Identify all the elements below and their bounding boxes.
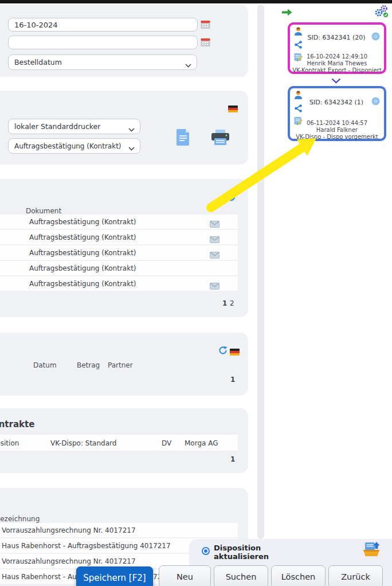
contract-col-partner: Morga AG: [185, 439, 218, 447]
delete-button[interactable]: Löschen: [271, 565, 326, 586]
mail-envelope-icon[interactable]: [210, 250, 219, 261]
printer-value: lokaler Standarddrucker: [14, 122, 100, 131]
date-from-input[interactable]: [8, 18, 198, 32]
card-datetime: 06-11-2024 10:44:57: [288, 120, 386, 126]
app-window: Bestelldatum lokaler Standarddrucker Auf…: [0, 0, 392, 586]
gears-settings-icon[interactable]: [374, 5, 389, 21]
green-arrow-icon[interactable]: [282, 7, 292, 18]
card-datetime: 16-10-2024 12:49:10: [288, 53, 386, 60]
card-sid: SID: 6342342 (1): [304, 99, 369, 106]
document-row-label: Auftragsbestätigung (Kontrakt): [29, 218, 136, 226]
mail-envelope-icon[interactable]: [210, 219, 219, 230]
radio-label-line2: aktualisieren: [214, 552, 269, 561]
share-icon: [294, 104, 303, 115]
page-number-current[interactable]: 1: [230, 376, 235, 384]
mail-envelope-icon[interactable]: [210, 235, 219, 245]
calendar-icon[interactable]: [201, 38, 210, 49]
document-row-label: Auftragsbestätigung (Kontrakt): [29, 233, 136, 241]
page-number-current[interactable]: 1: [230, 455, 235, 463]
document-row[interactable]: Auftragsbestätigung (Kontrakt): [0, 214, 238, 230]
contracts-panel: Kontrakte Disposition VK-Dispo: Standard…: [0, 408, 248, 473]
card-status: VK-Kontrakt Export - Disponiert: [288, 67, 386, 73]
contract-col-dv: DV: [162, 439, 171, 447]
preview-document-icon[interactable]: [177, 128, 190, 148]
scrollbar[interactable]: [257, 5, 264, 539]
card-status: VK-Dispo - Dispo vorgemerkt: [288, 134, 386, 140]
contract-col-position: Disposition: [0, 439, 19, 447]
calendar-icon[interactable]: [201, 20, 210, 32]
descriptions-column-header: Bezeichnung: [0, 515, 40, 523]
document-row-label: Auftragsbestätigung (Kontrakt): [29, 280, 136, 288]
contracts-title: Kontrakte: [0, 419, 34, 429]
share-icon: [294, 40, 303, 51]
date-to-input[interactable]: [8, 36, 198, 49]
mail-envelope-icon[interactable]: [210, 281, 219, 292]
print-panel: lokaler Standarddrucker Auftragsbestätig…: [0, 91, 248, 165]
page-number[interactable]: 2: [230, 299, 234, 307]
german-flag-icon: [228, 104, 238, 115]
chevron-down-icon: [128, 144, 135, 153]
date-type-select[interactable]: Bestelldatum: [8, 54, 197, 70]
chevron-down-icon: [331, 75, 341, 86]
payments-column-datum: Datum: [33, 361, 57, 369]
contract-row[interactable]: Disposition VK-Dispo: Standard DV Morga …: [0, 435, 238, 452]
document-row[interactable]: Auftragsbestätigung (Kontrakt): [0, 230, 238, 245]
german-flag-icon: [230, 347, 240, 358]
chevron-down-icon: [128, 125, 135, 134]
document-row[interactable]: Auftragsbestätigung (Kontrakt): [0, 261, 238, 276]
disc-icon: [371, 32, 380, 43]
payments-column-partner: Partner: [108, 361, 133, 369]
description-row-label: Haus Rabenhorst - Auftragsbestätigung 40…: [2, 542, 171, 550]
print-document-type-value: Auftragsbestätigung (Kontrakt): [14, 142, 121, 150]
card-user: Henrik Maria Thewes: [288, 60, 386, 67]
card-user: Harald Falkner: [288, 127, 386, 133]
radio-label-line1: Disposition: [214, 544, 269, 552]
payments-panel: Datum Betrag Partner 1: [0, 333, 248, 396]
document-row-label: Auftragsbestätigung (Kontrakt): [29, 264, 136, 272]
date-filter-panel: Bestelldatum: [0, 5, 248, 77]
document-row[interactable]: Auftragsbestätigung (Kontrakt): [0, 245, 238, 261]
history-card-vorgemerkt[interactable]: SID: 6342342 (1) 06-11-2024 10:44:57 Har…: [288, 86, 386, 141]
description-row[interactable]: Vorrauszahlungsrechnung Nr. 4017217: [0, 523, 238, 538]
outbox-tray-icon[interactable]: [363, 541, 380, 560]
print-document-type-select[interactable]: Auftragsbestätigung (Kontrakt): [8, 138, 140, 154]
description-row-label: Vorrauszahlungsrechnung Nr. 4017217: [2, 526, 136, 534]
printer-icon[interactable]: [211, 130, 230, 149]
document-row-label: Auftragsbestätigung (Kontrakt): [29, 249, 136, 257]
page-number-current[interactable]: 1: [222, 299, 227, 307]
payments-column-betrag: Betrag: [77, 361, 100, 369]
chevron-down-icon: [185, 61, 191, 69]
date-type-value: Bestelldatum: [14, 58, 62, 67]
back-button[interactable]: Zurück: [328, 565, 383, 586]
documents-column-header: Dokument: [26, 207, 61, 215]
window-top-bar: [0, 0, 392, 3]
refresh-icon[interactable]: [226, 192, 236, 204]
disc-icon: [371, 97, 380, 108]
description-row-label: Vorrauszahlungsrechnung Nr. 4017217: [2, 557, 136, 565]
disposition-radio[interactable]: [202, 547, 210, 555]
history-card-disponiert[interactable]: SID: 6342341 (20) 16-10-2024 12:49:10 He…: [288, 22, 386, 74]
documents-panel: Dokument Auftragsbestätigung (Kontrakt) …: [0, 179, 248, 317]
save-button[interactable]: Speichern [F2]: [76, 567, 153, 586]
printer-select[interactable]: lokaler Standarddrucker: [8, 119, 140, 134]
person-icon: [294, 91, 303, 102]
contract-col-dispo: VK-Dispo: Standard: [50, 439, 116, 447]
refresh-icon[interactable]: [218, 346, 228, 357]
person-icon: [294, 27, 303, 38]
card-sid: SID: 6342341 (20): [304, 34, 369, 41]
document-row[interactable]: Auftragsbestätigung (Kontrakt): [0, 276, 238, 292]
new-button[interactable]: Neu: [159, 565, 211, 586]
search-button[interactable]: Suchen: [214, 565, 268, 586]
